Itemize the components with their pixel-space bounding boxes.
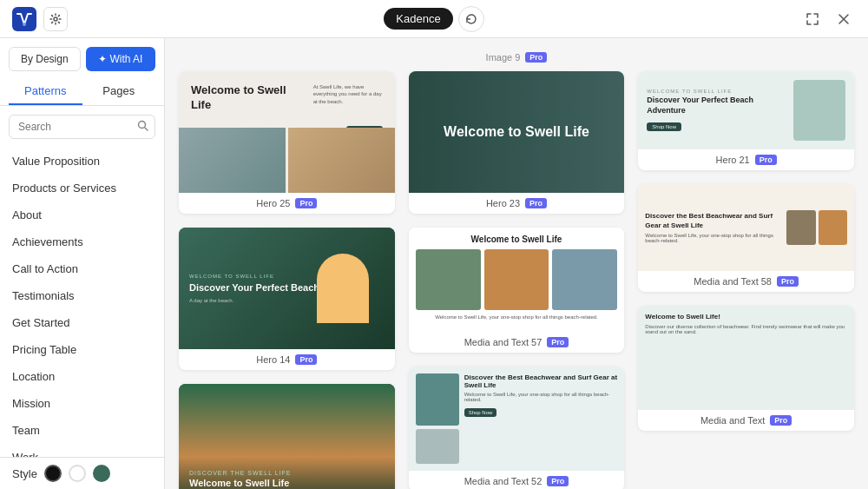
preview-media57: Welcome to Swell Life Welcome to Swell L… — [409, 228, 625, 332]
hero25-desc: At Swell Life, we have everything you ne… — [313, 83, 383, 105]
card-media58-preview: Discover the Best Beachwear and Surf Gea… — [638, 184, 854, 271]
card-hero21-label-row: Hero 21 Pro — [638, 149, 854, 170]
svg-point-1 — [23, 23, 26, 26]
media57-desc: Welcome to Swell Life, your one-stop sho… — [416, 314, 618, 320]
hero14-shape — [317, 254, 369, 323]
media58-images — [786, 210, 847, 245]
hero14-desc: A day at the beach. — [189, 298, 293, 303]
card-media-extra-label: Media and Text — [700, 415, 765, 426]
card-media57[interactable]: Welcome to Swell Life Welcome to Swell L… — [409, 228, 625, 353]
preview-hero14: WELCOME TO SWELL LIFE Discover Your Perf… — [179, 228, 395, 349]
card-media57-pro: Pro — [547, 337, 569, 347]
card-hero21-preview: WELCOME TO SWELL LIFE Discover Your Perf… — [638, 71, 854, 149]
card-hero-bottom[interactable]: DISCOVER THE SWELL LIFE Welcome to Swell… — [179, 384, 395, 489]
cards-grid: Welcome to Swell Life At Swell Life, we … — [179, 71, 854, 489]
media-extra-text: Welcome to Swell Life! Discover our dive… — [645, 313, 847, 403]
nav-item-get-started[interactable]: Get Started — [0, 309, 164, 336]
card-media-extra-preview: Welcome to Swell Life! Discover our dive… — [638, 306, 854, 410]
media52-btn: Shop Now — [464, 408, 497, 417]
card-hero23-pro: Pro — [525, 198, 547, 208]
card-media52-label-row: Media and Text 52 Pro — [409, 471, 625, 489]
col-1: Welcome to Swell Life At Swell Life, we … — [179, 71, 395, 489]
card-hero-bottom-preview: DISCOVER THE SWELL LIFE Welcome to Swell… — [179, 384, 395, 489]
hero21-text: WELCOME TO SWELL LIFE Discover Your Perf… — [647, 89, 786, 131]
media52-images — [416, 373, 459, 464]
card-hero25-pro: Pro — [295, 198, 317, 208]
nav-item-achievements[interactable]: Achievements — [0, 228, 164, 255]
hero-bottom-sublabel: DISCOVER THE SWELL LIFE — [189, 470, 292, 476]
color-dark[interactable] — [44, 465, 62, 482]
nav-item-call-to-action[interactable]: Call to Action — [0, 255, 164, 282]
card-hero21[interactable]: WELCOME TO SWELL LIFE Discover Your Perf… — [638, 71, 854, 170]
card-hero25-preview: Welcome to Swell Life At Swell Life, we … — [179, 71, 395, 193]
hero21-title: Discover Your Perfect Beach Adventure — [647, 96, 786, 116]
logo-icon — [12, 7, 36, 31]
hero23-title: Welcome to Swell Life — [431, 123, 603, 142]
media-extra-desc: Discover our diverse collection of beach… — [645, 324, 847, 334]
hero21-img — [793, 80, 845, 141]
section-label: Image 9 — [486, 52, 521, 63]
refresh-button[interactable] — [458, 6, 484, 32]
card-hero23-label: Hero 23 — [486, 198, 520, 208]
tab-pages[interactable]: Pages — [82, 78, 156, 105]
card-media52[interactable]: Discover the Best Beachwear and Surf Gea… — [409, 367, 625, 489]
card-hero23-preview: Welcome to Swell Life — [409, 71, 625, 193]
tabs-row: Patterns Pages — [0, 78, 164, 106]
nav-item-about[interactable]: About — [0, 202, 164, 228]
card-media58-label-row: Media and Text 58 Pro — [638, 271, 854, 292]
color-white[interactable] — [69, 465, 86, 482]
settings-button[interactable] — [43, 7, 68, 31]
search-box — [9, 115, 155, 139]
style-row: Style — [0, 457, 164, 489]
nav-list: Value Proposition Products or Services A… — [0, 148, 164, 457]
card-media58-pro: Pro — [777, 276, 799, 287]
card-hero23[interactable]: Welcome to Swell Life Hero 23 Pro — [409, 71, 625, 214]
card-media-extra-pro: Pro — [770, 415, 792, 426]
media58-img2 — [819, 210, 848, 245]
close-button[interactable] — [832, 7, 856, 31]
card-media58[interactable]: Discover the Best Beachwear and Surf Gea… — [638, 184, 854, 292]
color-green[interactable] — [93, 465, 110, 482]
hero21-btn: Shop Now — [647, 122, 681, 131]
expand-button[interactable] — [800, 7, 825, 31]
card-hero25[interactable]: Welcome to Swell Life At Swell Life, we … — [179, 71, 395, 214]
preview-hero25: Welcome to Swell Life At Swell Life, we … — [179, 71, 395, 193]
nav-item-pricing[interactable]: Pricing Table — [0, 336, 164, 363]
nav-item-team[interactable]: Team — [0, 417, 164, 444]
media52-img2 — [416, 429, 459, 464]
preview-hero-bottom: DISCOVER THE SWELL LIFE Welcome to Swell… — [179, 384, 395, 489]
media52-img1 — [416, 373, 459, 426]
preview-hero21: WELCOME TO SWELL LIFE Discover Your Perf… — [638, 71, 854, 149]
media58-img1 — [786, 210, 816, 245]
card-hero14-pro: Pro — [295, 354, 317, 365]
nav-item-work[interactable]: Work — [0, 444, 164, 457]
top-bar-left — [12, 7, 68, 31]
section-header-image9: Image 9 Pro — [179, 52, 854, 63]
card-hero14[interactable]: WELCOME TO SWELL LIFE Discover Your Perf… — [179, 228, 395, 370]
filter-by-design[interactable]: By Design — [9, 47, 81, 71]
card-media58-label: Media and Text 58 — [694, 276, 772, 287]
media57-img2 — [484, 249, 549, 310]
nav-item-value-proposition[interactable]: Value Proposition — [0, 148, 164, 175]
nav-item-products[interactable]: Products or Services — [0, 175, 164, 202]
nav-item-location[interactable]: Location — [0, 363, 164, 390]
media-extra-title: Welcome to Swell Life! — [645, 313, 847, 321]
card-media52-preview: Discover the Best Beachwear and Surf Gea… — [409, 367, 625, 471]
filter-with-ai[interactable]: ✦ With AI — [86, 47, 156, 71]
kadence-pill[interactable]: Kadence — [384, 8, 452, 30]
nav-item-testimonials[interactable]: Testimonials — [0, 282, 164, 309]
media57-title: Welcome to Swell Life — [416, 235, 618, 244]
search-icon-button[interactable] — [137, 120, 148, 134]
hero25-photos — [179, 128, 395, 193]
card-hero21-label: Hero 21 — [716, 155, 750, 165]
tab-patterns[interactable]: Patterns — [9, 78, 82, 105]
svg-rect-0 — [12, 7, 36, 31]
card-media57-label-row: Media and Text 57 Pro — [409, 332, 625, 353]
card-media-extra[interactable]: Welcome to Swell Life! Discover our dive… — [638, 306, 854, 431]
hero25-title: Welcome to Swell Life — [191, 83, 295, 113]
nav-item-mission[interactable]: Mission — [0, 390, 164, 417]
top-bar-right — [800, 7, 856, 31]
col-3: WELCOME TO SWELL LIFE Discover Your Perf… — [638, 71, 854, 489]
search-input[interactable] — [9, 115, 155, 139]
card-hero14-label: Hero 14 — [256, 354, 290, 365]
